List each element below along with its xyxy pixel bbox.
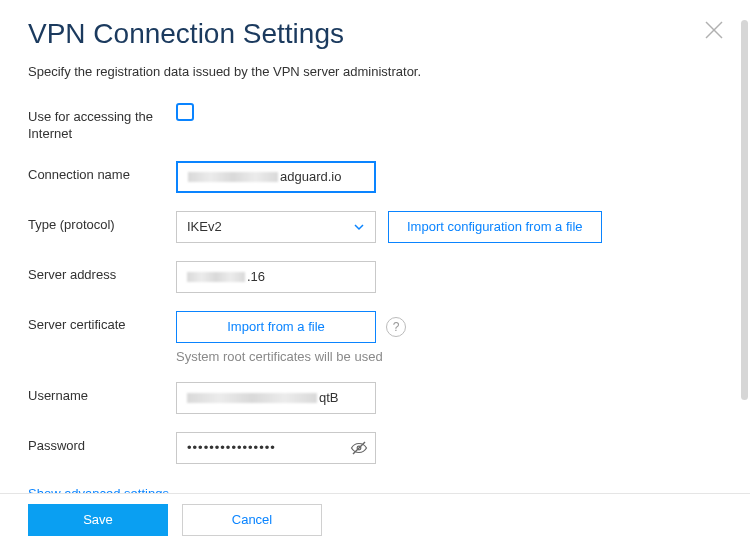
connection-name-input[interactable]: adguard.io: [176, 161, 376, 193]
label-password: Password: [28, 432, 176, 455]
redacted-segment: [187, 393, 317, 403]
eye-off-icon[interactable]: [350, 439, 368, 457]
page-title: VPN Connection Settings: [28, 18, 722, 50]
import-config-button[interactable]: Import configuration from a file: [388, 211, 602, 243]
help-icon[interactable]: ?: [386, 317, 406, 337]
username-value-suffix: qtB: [319, 390, 339, 405]
label-server-certificate: Server certificate: [28, 311, 176, 334]
close-icon: [702, 18, 726, 42]
label-connection-name: Connection name: [28, 161, 176, 184]
server-address-input[interactable]: .16: [176, 261, 376, 293]
password-input[interactable]: ••••••••••••••••: [176, 432, 376, 464]
cert-helper-text: System root certificates will be used: [176, 349, 406, 364]
scrollbar[interactable]: [741, 20, 748, 400]
label-use-internet: Use for accessing the Internet: [28, 103, 176, 143]
protocol-selected-value: IKEv2: [187, 219, 222, 234]
chevron-down-icon: [353, 221, 365, 233]
redacted-segment: [188, 172, 278, 182]
label-server-address: Server address: [28, 261, 176, 284]
server-address-value-suffix: .16: [247, 269, 265, 284]
connection-name-value-suffix: adguard.io: [280, 169, 341, 184]
label-protocol: Type (protocol): [28, 211, 176, 234]
cancel-button[interactable]: Cancel: [182, 504, 322, 536]
close-button[interactable]: [702, 18, 726, 42]
save-button[interactable]: Save: [28, 504, 168, 536]
use-internet-checkbox[interactable]: [176, 103, 194, 121]
redacted-segment: [187, 272, 245, 282]
username-input[interactable]: qtB: [176, 382, 376, 414]
dialog-footer: Save Cancel: [0, 493, 750, 545]
password-value: ••••••••••••••••: [187, 440, 276, 455]
page-subtitle: Specify the registration data issued by …: [28, 64, 722, 79]
label-username: Username: [28, 382, 176, 405]
vpn-settings-dialog: VPN Connection Settings Specify the regi…: [0, 0, 750, 502]
import-cert-button[interactable]: Import from a file: [176, 311, 376, 343]
protocol-select[interactable]: IKEv2: [176, 211, 376, 243]
